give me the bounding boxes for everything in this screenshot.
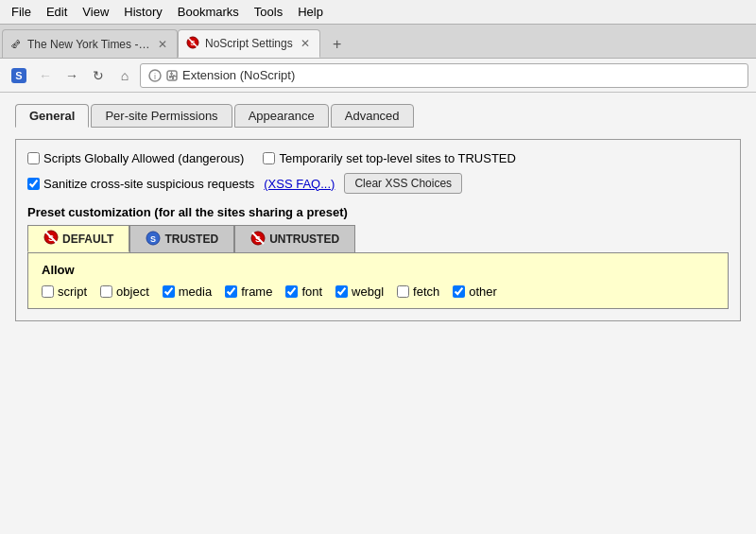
scripts-globally-checkbox[interactable] — [27, 152, 40, 164]
tab-nyt-favicon: 🗞 — [10, 38, 22, 51]
new-tab-button[interactable]: + — [324, 31, 351, 58]
toolbar: S ← → ↻ ⌂ i Extension (NoScript) — [0, 59, 756, 93]
menu-tools[interactable]: Tools — [247, 3, 290, 21]
tab-per-site[interactable]: Per-site Permissions — [91, 104, 232, 128]
sanitize-xss-checkbox[interactable] — [27, 178, 40, 190]
trusted-icon: S — [146, 231, 161, 249]
checkbox-row-2: Sanitize cross-site suspicious requests … — [27, 173, 729, 194]
perm-frame-checkbox[interactable] — [225, 285, 237, 298]
forward-button[interactable]: → — [60, 64, 83, 87]
menu-history[interactable]: History — [116, 3, 169, 21]
perm-script[interactable]: script — [42, 284, 87, 299]
allow-title: Allow — [42, 263, 714, 277]
noscript-toolbar-icon[interactable]: S — [8, 64, 30, 87]
untrusted-icon: S — [250, 231, 266, 249]
tab-advanced[interactable]: Advanced — [331, 104, 414, 128]
checkbox-row-1: Scripts Globally Allowed (dangerous) Tem… — [27, 151, 729, 165]
settings-body: Scripts Globally Allowed (dangerous) Tem… — [15, 139, 741, 321]
preset-tab-trusted[interactable]: S TRUSTED — [129, 225, 234, 252]
menu-file[interactable]: File — [4, 3, 39, 21]
allow-panel: Allow script object media — [27, 252, 729, 309]
preset-tab-untrusted-label: UNTRUSTED — [269, 233, 339, 246]
reload-button[interactable]: ↻ — [87, 64, 110, 87]
preset-tab-trusted-label: TRUSTED — [164, 233, 218, 246]
tab-general[interactable]: General — [15, 104, 89, 128]
puzzle-icon — [165, 69, 179, 82]
preset-section: Preset customization (for all the sites … — [27, 205, 729, 309]
scripts-globally-label: Scripts Globally Allowed (dangerous) — [43, 151, 244, 165]
perm-frame[interactable]: frame — [225, 284, 272, 299]
trusted-toplevel-item[interactable]: Temporarily set top-level sites to TRUST… — [263, 151, 515, 165]
tab-noscript[interactable]: S NoScript Settings ✕ — [178, 29, 320, 58]
perm-media-checkbox[interactable] — [163, 285, 175, 298]
perm-object-checkbox[interactable] — [100, 285, 112, 298]
menu-help[interactable]: Help — [290, 3, 331, 21]
tab-nyt-close[interactable]: ✕ — [156, 38, 169, 51]
sanitize-xss-item[interactable]: Sanitize cross-site suspicious requests — [27, 177, 254, 191]
scripts-globally-item[interactable]: Scripts Globally Allowed (dangerous) — [27, 151, 244, 165]
perm-fetch-checkbox[interactable] — [397, 285, 409, 298]
perm-frame-label: frame — [241, 284, 272, 299]
address-text: Extension (NoScript) — [182, 68, 295, 82]
svg-text:i: i — [154, 72, 156, 81]
perm-webgl-label: webgl — [352, 284, 384, 299]
perm-font-label: font — [301, 284, 322, 299]
perm-fetch[interactable]: fetch — [397, 284, 439, 299]
default-icon: S — [43, 230, 59, 248]
tab-noscript-favicon: S — [186, 36, 199, 52]
tab-nyt[interactable]: 🗞 The New York Times - B... ✕ — [2, 29, 178, 58]
perm-other-label: other — [469, 284, 497, 299]
tab-noscript-close[interactable]: ✕ — [299, 37, 312, 50]
preset-title: Preset customization (for all the sites … — [27, 205, 729, 219]
allow-items: script object media frame — [42, 284, 714, 299]
preset-tabs: S DEFAULT S TRUSTED — [27, 225, 729, 252]
perm-object-label: object — [116, 284, 149, 299]
svg-text:S: S — [150, 234, 156, 244]
preset-tab-untrusted[interactable]: S UNTRUSTED — [234, 225, 355, 252]
page-content: General Per-site Permissions Appearance … — [0, 93, 756, 534]
perm-script-checkbox[interactable] — [42, 285, 54, 298]
perm-font-checkbox[interactable] — [285, 285, 298, 298]
preset-tab-default[interactable]: S DEFAULT — [27, 225, 129, 252]
perm-media-label: media — [179, 284, 212, 299]
info-icon: i — [148, 69, 162, 82]
address-bar[interactable]: i Extension (NoScript) — [140, 63, 748, 88]
menu-edit[interactable]: Edit — [39, 3, 75, 21]
menu-bookmarks[interactable]: Bookmarks — [170, 3, 247, 21]
perm-media[interactable]: media — [163, 284, 212, 299]
sanitize-xss-label: Sanitize cross-site suspicious requests — [43, 177, 254, 191]
perm-webgl[interactable]: webgl — [335, 284, 384, 299]
perm-font[interactable]: font — [285, 284, 322, 299]
perm-webgl-checkbox[interactable] — [335, 285, 348, 298]
preset-tab-default-label: DEFAULT — [62, 233, 113, 246]
settings-tabs: General Per-site Permissions Appearance … — [15, 104, 741, 128]
svg-text:S: S — [15, 70, 22, 81]
tab-nyt-title: The New York Times - B... — [27, 38, 150, 51]
home-button[interactable]: ⌂ — [113, 64, 136, 87]
tab-appearance[interactable]: Appearance — [234, 104, 329, 128]
clear-xss-button[interactable]: Clear XSS Choices — [344, 173, 462, 194]
perm-object[interactable]: object — [100, 284, 149, 299]
menubar: File Edit View History Bookmarks Tools H… — [0, 0, 756, 25]
perm-other-checkbox[interactable] — [453, 285, 465, 298]
xss-faq-link[interactable]: (XSS FAQ...) — [264, 177, 335, 191]
trusted-toplevel-label: Temporarily set top-level sites to TRUST… — [279, 151, 515, 165]
back-button[interactable]: ← — [34, 64, 57, 87]
trusted-toplevel-checkbox[interactable] — [263, 152, 275, 164]
tabbar: 🗞 The New York Times - B... ✕ S NoScript… — [0, 25, 756, 59]
tab-noscript-title: NoScript Settings — [205, 37, 293, 50]
menu-view[interactable]: View — [75, 3, 116, 21]
perm-script-label: script — [58, 284, 87, 299]
perm-fetch-label: fetch — [413, 284, 439, 299]
perm-other[interactable]: other — [453, 284, 497, 299]
